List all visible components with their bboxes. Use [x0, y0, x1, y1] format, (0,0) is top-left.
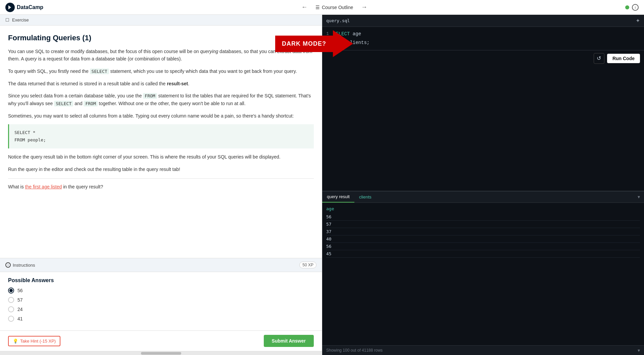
content-area: Formulating Queries (1) You can use SQL … — [0, 26, 322, 258]
instructions-icon: i — [5, 262, 11, 268]
result-row-4: 40 — [326, 235, 640, 243]
exercise-title: Formulating Queries (1) — [8, 34, 314, 42]
tab-query-result[interactable]: query result — [322, 191, 354, 203]
question-link[interactable]: the first age listed — [25, 184, 62, 189]
collapse-result-button[interactable]: ▾ — [638, 348, 640, 353]
exercise-label: Exercise — [12, 17, 29, 23]
exercise-header: ☐ Exercise — [0, 15, 322, 26]
col-header-age: age — [326, 206, 640, 212]
run-code-button[interactable]: Run Code — [607, 54, 640, 63]
forward-button[interactable]: → — [358, 2, 370, 12]
para-after-code-2: Run the query in the editor and check ou… — [8, 166, 314, 173]
answer-text-4: 41 — [17, 316, 23, 321]
dark-mode-label: DARK MODE? — [275, 36, 333, 52]
radio-2[interactable] — [8, 297, 14, 303]
answer-option-3[interactable]: 24 — [8, 306, 314, 312]
top-nav: DataCamp ← ☰ Course Outline → i — [0, 0, 644, 15]
logo-text: DataCamp — [17, 4, 43, 10]
radio-3[interactable] — [8, 306, 14, 312]
scroll-thumb[interactable] — [141, 352, 181, 355]
result-table-area: age 56 57 37 40 56 45 — [322, 203, 644, 346]
course-outline-label: Course Outline — [322, 5, 353, 10]
course-outline-button[interactable]: ☰ Course Outline — [315, 5, 353, 10]
result-row-5: 56 — [326, 243, 640, 250]
main-layout: ☐ Exercise Formulating Queries (1) You c… — [0, 15, 644, 355]
divider — [8, 178, 314, 179]
result-collapse-button[interactable]: ▾ — [634, 191, 644, 202]
tab-clients-label: clients — [359, 194, 371, 199]
menu-icon: ☰ — [315, 5, 320, 10]
instructions-bar: i Instructions 50 XP — [0, 258, 322, 272]
right-panel: DARK MODE? query.sql ✦ 1 SELECT age 2 — [322, 15, 644, 355]
question-text: What is the first age listed in the quer… — [8, 184, 314, 189]
nav-right: i — [625, 4, 639, 11]
para-2: To query with SQL, you firstly need the … — [8, 68, 314, 75]
para-after-code-1: Notice the query result tab in the botto… — [8, 153, 314, 161]
code-editor[interactable]: 1 SELECT age 2 FROM clients; — [322, 27, 644, 50]
tab-query-result-label: query result — [327, 194, 350, 199]
answer-text-2: 57 — [17, 297, 23, 303]
result-footer: Showing 100 out of 41188 rows ▾ — [322, 345, 644, 355]
code-line-1: 1 SELECT age — [322, 30, 644, 38]
logo: DataCamp — [5, 3, 43, 12]
para-5: Sometimes, you may want to select all co… — [8, 112, 314, 120]
hint-button[interactable]: 💡 Take Hint (-15 XP) — [8, 336, 60, 346]
tab-clients[interactable]: clients — [354, 192, 376, 202]
para-1: You can use SQL to create or modify data… — [8, 48, 314, 63]
file-tab: query.sql — [326, 18, 350, 23]
result-panel: query result clients ▾ age 56 57 37 40 5… — [322, 191, 644, 355]
editor-header: query.sql ✦ — [322, 15, 644, 27]
nav-left: DataCamp — [5, 3, 43, 12]
code-line-2: 2 FROM clients; — [322, 38, 644, 47]
status-indicator — [625, 5, 629, 9]
exercise-icon: ☐ — [5, 17, 9, 23]
result-row-1: 56 — [326, 213, 640, 221]
answer-text-1: 56 — [17, 288, 23, 293]
result-row-2: 57 — [326, 221, 640, 228]
dark-mode-overlay: DARK MODE? — [275, 30, 353, 57]
left-panel: ☐ Exercise Formulating Queries (1) You c… — [0, 15, 322, 355]
logo-icon — [5, 3, 15, 12]
radio-inner-1 — [9, 289, 13, 292]
result-footer-text: Showing 100 out of 41188 rows — [326, 348, 383, 353]
result-row-3: 37 — [326, 228, 640, 235]
editor-run-bar: ↺ Run Code — [322, 50, 644, 66]
answers-section: Possible Answers 56 57 24 41 — [0, 272, 322, 330]
reset-button[interactable]: ↺ — [594, 53, 604, 64]
dark-mode-arrow — [333, 30, 353, 57]
answer-option-4[interactable]: 41 — [8, 316, 314, 322]
possible-answers-title: Possible Answers — [8, 277, 314, 283]
instructions-label: i Instructions — [5, 262, 35, 268]
info-button[interactable]: i — [632, 4, 639, 11]
bottom-bar: 💡 Take Hint (-15 XP) Submit Answer — [0, 330, 322, 351]
submit-button[interactable]: Submit Answer — [264, 335, 314, 347]
para-3: The data returned that is returned is st… — [8, 80, 314, 87]
answer-option-1[interactable]: 56 — [8, 287, 314, 294]
answer-option-2[interactable]: 57 — [8, 297, 314, 303]
radio-4[interactable] — [8, 316, 14, 322]
para-4: Since you select data from a certain dat… — [8, 92, 314, 107]
hint-icon: 💡 — [13, 339, 18, 344]
instructions-text: Instructions — [13, 263, 35, 268]
result-row-6: 45 — [326, 250, 640, 258]
back-button[interactable]: ← — [299, 2, 310, 12]
settings-icon[interactable]: ✦ — [636, 17, 640, 24]
answer-text-3: 24 — [17, 307, 23, 312]
nav-center: ← ☰ Course Outline → — [299, 2, 370, 12]
col-age: age — [353, 31, 361, 37]
radio-1[interactable] — [8, 287, 14, 294]
editor-area: 1 SELECT age 2 FROM clients; ↺ — [322, 27, 644, 191]
scroll-area — [0, 351, 322, 355]
code-example: SELECT *FROM people; — [8, 124, 314, 148]
xp-badge: 50 XP — [299, 262, 316, 268]
result-tabs: query result clients ▾ — [322, 191, 644, 203]
